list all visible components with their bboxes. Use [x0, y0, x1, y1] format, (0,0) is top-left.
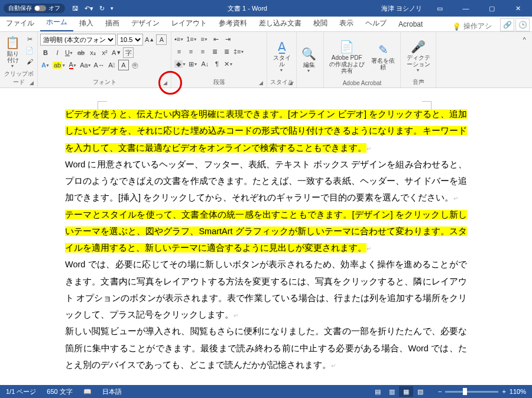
bullets-button[interactable]: •≡▼	[174, 34, 184, 44]
zoom-in-button[interactable]: +	[502, 388, 505, 395]
highlighted-text[interactable]: ビデオを使うと、伝えたい内容を明確に表現できます。[オンライン ビデオ] をクリ…	[65, 109, 467, 153]
tell-me-search[interactable]: 💡 操作アシ	[446, 21, 498, 31]
minimize-button[interactable]: —	[454, 0, 478, 17]
read-mode-button[interactable]: ▥	[385, 386, 399, 397]
save-icon[interactable]: 🖫	[72, 5, 79, 12]
char-border-button[interactable]: A	[118, 60, 129, 70]
signature-icon: ✎	[378, 43, 388, 57]
focus-mode-button[interactable]: ▤	[371, 386, 385, 397]
tab-layout[interactable]: レイアウト	[166, 15, 213, 31]
pdf-icon: 📄	[339, 40, 354, 54]
collapse-ribbon-button[interactable]: ^	[519, 34, 530, 45]
web-layout-button[interactable]: ▧	[413, 386, 427, 397]
tab-mailings[interactable]: 差し込み文書	[253, 15, 307, 31]
language-label[interactable]: 日本語	[102, 387, 122, 396]
body-paragraph[interactable]: Word では、必要に応じてその場に新しいボタンが表示されるため、効率よく操作を…	[65, 260, 467, 319]
justify-button[interactable]: ≣	[209, 46, 220, 57]
proofing-icon[interactable]: 📖	[83, 388, 92, 396]
sort-button[interactable]: A↓	[200, 59, 210, 69]
paragraph-launcher[interactable]: ◢	[257, 80, 264, 87]
clipboard-launcher[interactable]: ◢	[28, 80, 35, 87]
distribute-button[interactable]: ≣	[221, 46, 232, 57]
font-launcher[interactable]: ◢	[161, 80, 168, 87]
tab-view[interactable]: 表示	[333, 15, 359, 31]
maximize-button[interactable]: ▢	[480, 0, 504, 17]
microphone-icon: 🎤	[411, 40, 426, 54]
shrink-font-button[interactable]: A▼	[111, 47, 122, 58]
zoom-level[interactable]: 110%	[510, 388, 526, 395]
tab-help[interactable]: ヘルプ	[359, 15, 392, 31]
font-size-select[interactable]: 10.5	[117, 34, 143, 46]
zoom-out-button[interactable]: −	[438, 388, 442, 395]
numbering-button[interactable]: 1≡▼	[186, 34, 197, 44]
text-effects-button[interactable]: A▼	[40, 60, 51, 70]
comments-button[interactable]: 🕒	[515, 18, 530, 31]
ruby-button[interactable]: A	[156, 34, 167, 45]
increase-indent-button[interactable]: ⇥	[223, 34, 233, 44]
highlighted-text[interactable]: テーマとスタイルを使って、文書全体の統一感を出すこともできます。[デザイン] を…	[65, 210, 467, 253]
clipboard-icon: 📋	[5, 35, 20, 50]
tab-design[interactable]: デザイン	[125, 15, 166, 31]
undo-icon[interactable]: ↶▾	[85, 5, 93, 12]
highlight-button[interactable]: ab▼	[52, 60, 66, 70]
ribbon-display-button[interactable]: ▭	[428, 0, 452, 17]
decrease-indent-button[interactable]: ⇤	[211, 34, 222, 44]
ribbon-tabs: ファイル ホーム 挿入 描画 デザイン レイアウト 参考資料 差し込み文書 校閲…	[0, 17, 532, 32]
align-center-button[interactable]: ≡	[186, 46, 196, 57]
tab-review[interactable]: 校閲	[307, 15, 333, 31]
strike-button[interactable]: ab	[76, 47, 86, 58]
tab-references[interactable]: 参考資料	[213, 15, 253, 31]
styles-launcher[interactable]: ◢	[287, 80, 294, 87]
copy-button[interactable]: 📄	[24, 45, 35, 56]
word-count[interactable]: 650 文字	[47, 387, 72, 396]
format-painter-button[interactable]: 🖌	[24, 56, 35, 67]
shading-button[interactable]: ◆▼	[174, 59, 187, 69]
request-signature-button[interactable]: ✎ 署名を依頼	[368, 34, 398, 79]
borders-button[interactable]: ⊞▼	[188, 59, 199, 69]
char-scaling-button[interactable]: A↔	[93, 60, 105, 70]
asian-layout-button[interactable]: ✕▼	[223, 59, 234, 69]
tab-home[interactable]: ホーム	[40, 14, 73, 31]
body-paragraph[interactable]: 新しい閲覧ビューが導入され、閲覧もさらに便利になりました。文書の一部を折りたたん…	[65, 326, 467, 370]
show-marks-button[interactable]: ¶	[212, 59, 222, 69]
create-pdf-button[interactable]: 📄 Adobe PDF の作成および共有	[326, 34, 367, 79]
redo-icon[interactable]: ↻	[99, 5, 105, 12]
italic-button[interactable]: I	[52, 47, 63, 58]
search-icon: 🔍	[301, 47, 316, 61]
title-bar: 自動保存 オフ 🖫 ↶▾ ↻ ▾ 文書 1 - Word 海津 ヨシノリ ▭ —…	[0, 0, 532, 17]
zoom-slider[interactable]	[445, 391, 498, 393]
document-area[interactable]: ビデオを使うと、伝えたい内容を明確に表現できます。[オンライン ビデオ] をクリ…	[0, 88, 532, 385]
grow-font-button[interactable]: A▲	[144, 34, 155, 45]
ribbon: 📋 貼り付け ▼ ✂ 📄 🖌 クリップボード◢ 游明朝 (本文のフォント) 10…	[0, 32, 532, 88]
char-shading-button[interactable]: ㊥	[130, 60, 141, 70]
line-spacing-button[interactable]: ‡≡▼	[233, 46, 245, 57]
font-color-button[interactable]: A▼	[67, 60, 78, 70]
print-layout-button[interactable]: ▦	[399, 386, 413, 397]
tab-acrobat[interactable]: Acrobat	[392, 17, 429, 31]
cut-button[interactable]: ✂	[24, 34, 35, 44]
align-right-button[interactable]: ≡	[197, 46, 208, 57]
clear-format-button[interactable]: A⃠	[106, 60, 117, 70]
dictate-button[interactable]: 🎤 ディクテーション▼	[403, 34, 433, 77]
editing-button[interactable]: 🔍 編集▼	[299, 34, 319, 86]
subscript-button[interactable]: x₂	[87, 47, 98, 58]
superscript-button[interactable]: x²	[99, 47, 110, 58]
styles-button[interactable]: A̲ スタイル▼	[270, 34, 294, 77]
close-button[interactable]: ✕	[506, 0, 530, 17]
enclose-char-button[interactable]: 字	[123, 47, 134, 58]
status-bar: 1/1 ページ 650 文字 📖 日本語 ▤ ▥ ▦ ▧ − + 110%	[0, 385, 532, 398]
underline-button[interactable]: U▼	[64, 47, 74, 58]
font-name-select[interactable]: 游明朝 (本文のフォント)	[40, 34, 116, 46]
tab-file[interactable]: ファイル	[0, 15, 40, 31]
change-case-button[interactable]: Aa▼	[79, 60, 92, 70]
bold-button[interactable]: B	[40, 47, 51, 58]
page-count[interactable]: 1/1 ページ	[6, 387, 36, 396]
multilevel-button[interactable]: ≡▼	[199, 34, 210, 44]
align-left-button[interactable]: ≡	[174, 46, 184, 57]
body-paragraph[interactable]: Word に用意されているヘッダー、フッター、表紙、テキスト ボックス デザイン…	[65, 160, 467, 203]
tab-draw[interactable]: 描画	[99, 15, 125, 31]
tab-insert[interactable]: 挿入	[73, 15, 99, 31]
autosave-toggle[interactable]: 自動保存 オフ	[4, 4, 65, 13]
paste-button[interactable]: 📋 貼り付け ▼	[2, 34, 23, 69]
share-button[interactable]: 🔗	[500, 18, 514, 31]
